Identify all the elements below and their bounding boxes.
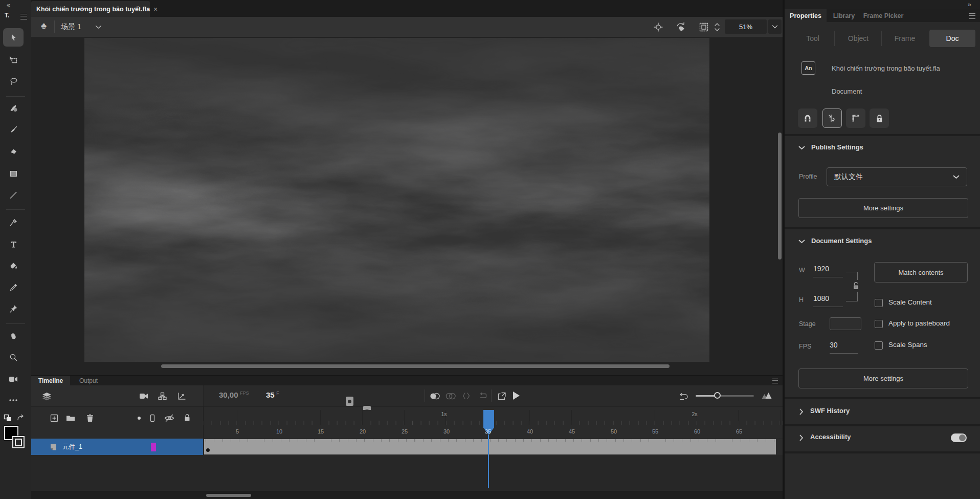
swap-colors-squares-icon[interactable]: [3, 414, 12, 423]
tab-properties[interactable]: Properties: [785, 9, 827, 22]
rulers-button[interactable]: [846, 109, 865, 128]
hide-eye-icon[interactable]: [164, 414, 174, 422]
publish-settings-chevron-icon[interactable]: [798, 146, 805, 150]
stroke-color-swatch[interactable]: [12, 436, 25, 448]
snap-align-button[interactable]: [822, 109, 842, 128]
zoom-level-field[interactable]: 51%: [725, 19, 767, 34]
hand-tool[interactable]: [3, 327, 24, 345]
zoom-stepper[interactable]: [714, 21, 721, 33]
slider-thumb[interactable]: [714, 392, 721, 399]
unlocked-link-icon[interactable]: [852, 280, 860, 292]
accessibility-toggle[interactable]: [951, 433, 967, 442]
swap-colors-arrow-icon[interactable]: [16, 414, 25, 422]
tab-library[interactable]: Library: [829, 9, 859, 22]
delete-layer-icon[interactable]: [86, 414, 94, 422]
add-folder-icon[interactable]: [65, 414, 75, 422]
reset-timeline-zoom-icon[interactable]: [679, 392, 691, 400]
document-tab[interactable]: Khói chiến trường trong bão tuyết.fla ×: [31, 1, 150, 17]
zoom-dropdown-button[interactable]: [768, 19, 782, 34]
accessibility-title[interactable]: Accessibility: [810, 433, 851, 441]
layer-row[interactable]: 元件_1: [31, 439, 203, 455]
tab-output[interactable]: Output: [72, 376, 105, 385]
eyedropper-tool[interactable]: [3, 278, 24, 296]
tab-frame-picker[interactable]: Frame Picker: [860, 9, 906, 22]
export-icon[interactable]: [497, 392, 506, 400]
timeline-zoom-slider[interactable]: [696, 395, 754, 397]
scale-content-checkbox[interactable]: [875, 299, 883, 307]
tab-timeline[interactable]: Timeline: [31, 376, 70, 385]
height-field[interactable]: 1080: [813, 294, 843, 307]
eraser-tool[interactable]: [3, 142, 24, 161]
publish-more-settings-button[interactable]: More settings: [798, 198, 968, 218]
more-tools-icon[interactable]: [3, 391, 24, 409]
frame-view-icon[interactable]: [761, 392, 773, 400]
highlight-dot-icon[interactable]: [138, 417, 141, 420]
selection-tool[interactable]: [3, 28, 24, 47]
layer-depth-icon[interactable]: [41, 392, 52, 401]
timeline-panel-menu-icon[interactable]: [772, 379, 778, 383]
edit-multiple-frames-icon[interactable]: [462, 392, 470, 400]
line-tool[interactable]: [3, 186, 24, 204]
classic-brush-tool[interactable]: [3, 120, 24, 139]
onion-skin-icon[interactable]: [429, 392, 440, 400]
asset-warp-pin-tool[interactable]: [3, 299, 24, 318]
layer-frame-span[interactable]: [204, 439, 776, 454]
timeline-hscrollbar[interactable]: [206, 494, 251, 497]
document-settings-chevron-icon[interactable]: [798, 240, 805, 244]
swf-history-chevron-icon[interactable]: [799, 408, 804, 415]
pen-tool[interactable]: [3, 213, 24, 231]
camera-tool[interactable]: [3, 370, 24, 388]
center-stage-icon[interactable]: [653, 21, 664, 33]
stage-canvas[interactable]: [84, 38, 709, 362]
pasteboard[interactable]: [31, 37, 783, 375]
outline-column-icon[interactable]: [149, 414, 155, 422]
zoom-tool[interactable]: [3, 348, 24, 366]
free-transform-tool[interactable]: [3, 50, 24, 69]
lock-guides-button[interactable]: [870, 109, 889, 128]
scene-name[interactable]: 场景 1: [61, 23, 81, 32]
add-layer-icon[interactable]: [50, 414, 58, 422]
stage-hscrollbar[interactable]: [161, 364, 670, 368]
symbol-clover-icon[interactable]: ♣: [41, 21, 47, 31]
stage-color-swatch[interactable]: [830, 317, 861, 330]
apply-pasteboard-checkbox[interactable]: [875, 320, 883, 328]
layer-tint-swatch[interactable]: [151, 443, 156, 451]
onion-skin-outlines-icon[interactable]: [445, 392, 456, 400]
subtab-frame[interactable]: Frame: [887, 30, 923, 47]
graph-editor-icon[interactable]: [177, 392, 186, 400]
loop-icon[interactable]: [478, 392, 487, 399]
subtab-object[interactable]: Object: [840, 30, 877, 47]
rectangle-tool[interactable]: [3, 164, 24, 183]
fluid-brush-tool[interactable]: [3, 99, 24, 117]
stage-vscrollbar[interactable]: [778, 133, 782, 259]
lock-column-icon[interactable]: [183, 413, 191, 422]
profile-dropdown[interactable]: 默认文件: [827, 167, 967, 186]
document-more-settings-button[interactable]: More settings: [798, 368, 968, 388]
expand-panel-icon[interactable]: »: [968, 1, 971, 8]
layer-parenting-icon[interactable]: [158, 392, 167, 400]
paint-bucket-tool[interactable]: [3, 256, 24, 275]
swf-history-title[interactable]: SWF History: [810, 407, 850, 415]
close-tab-icon[interactable]: ×: [153, 5, 158, 13]
accessibility-chevron-icon[interactable]: [799, 435, 804, 441]
collapse-panel-icon[interactable]: «: [7, 1, 10, 9]
text-tool[interactable]: [3, 235, 24, 253]
current-frame-display[interactable]: 35 F: [266, 390, 279, 399]
properties-panel-menu-icon[interactable]: [969, 13, 975, 19]
camera-icon[interactable]: [139, 392, 149, 400]
publish-settings-title[interactable]: Publish Settings: [811, 143, 863, 151]
width-field[interactable]: 1920: [813, 265, 843, 277]
subtab-doc[interactable]: Doc: [929, 30, 975, 47]
fps-display[interactable]: 30,00 FPS: [219, 390, 249, 399]
subtab-tool[interactable]: Tool: [797, 30, 829, 47]
document-settings-title[interactable]: Document Settings: [811, 237, 872, 245]
scale-spans-checkbox[interactable]: [875, 341, 883, 350]
play-button[interactable]: [513, 392, 520, 400]
rotation-tool-icon[interactable]: [675, 21, 687, 33]
insert-keyframe-icon[interactable]: [346, 397, 353, 406]
lasso-tool[interactable]: [3, 72, 24, 91]
match-contents-button[interactable]: Match contents: [874, 262, 968, 283]
clip-content-icon[interactable]: [698, 21, 709, 33]
scene-dropdown-icon[interactable]: [95, 25, 102, 29]
timeline-empty-area[interactable]: [31, 455, 783, 491]
